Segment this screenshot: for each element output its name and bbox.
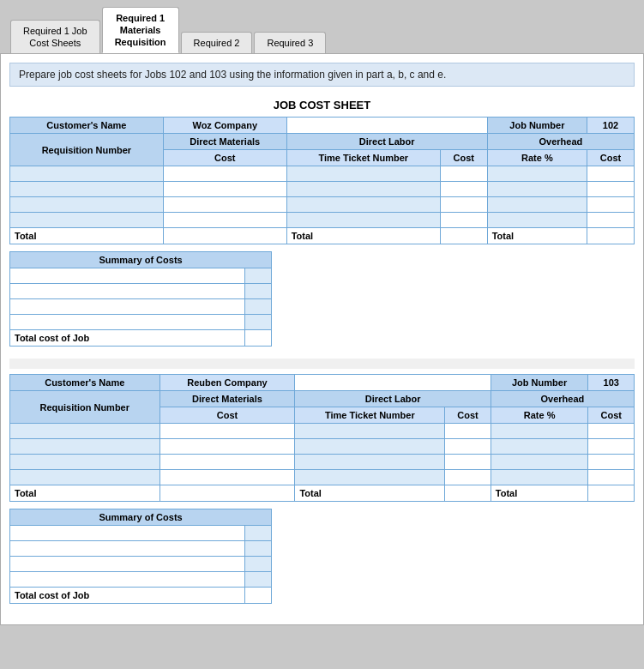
job2-summary-row [10,572,272,588]
job2-summary-row [10,541,272,557]
job1-summary-row [10,284,272,299]
job2-time-ticket-col: Time Ticket Number [295,407,445,424]
job2-rate-col: Rate % [491,407,588,424]
job1-job-number-label: Job Number [487,118,587,134]
job1-table: Customer's Name Woz Company Job Number 1… [9,117,635,244]
job1-rate-col: Rate % [487,150,587,166]
job1-time-ticket-col: Time Ticket Number [286,150,440,166]
job2-job-number-value: 103 [588,375,635,391]
job1-summary-title: Summary of Costs [10,252,272,268]
job1-customer-value: Woz Company [163,118,286,134]
job1-data-row [10,182,635,197]
job1-cost2-col: Cost [440,150,487,166]
job1-data-row [10,213,635,228]
separator [9,359,635,369]
job2-total-row: Total Total Total [10,485,635,502]
section-title: JOB COST SHEET [9,95,635,115]
job1-direct-materials-header: Direct Materials [163,134,286,150]
job2-summary-title: Summary of Costs [10,509,272,526]
job2-table: Customer's Name Reuben Company Job Numbe… [9,374,635,502]
tab-job-cost-sheets[interactable]: Required 1 Job Cost Sheets [10,20,100,53]
job2-cost2-col: Cost [445,407,491,424]
job2-direct-materials-header: Direct Materials [159,391,295,407]
job2-summary-row [10,557,272,572]
job1-data-row [10,197,635,213]
job2-total-cost-row: Total cost of Job [10,588,272,604]
job2-summary-table: Summary of Costs Total cost of Job [9,509,272,604]
job2-requisition-header: Requisition Number [10,391,160,424]
job2-summary-row [10,526,272,541]
tab-materials-requisition[interactable]: Required 1 Materials Requisition [102,7,179,53]
job1-total-row: Total Total Total [10,228,635,244]
job1-cost3-col: Cost [587,150,635,166]
job1-overhead-header: Overhead [487,134,634,150]
job2-customer-value: Reuben Company [159,375,295,391]
job1-data-row [10,166,635,182]
tabs-bar: Required 1 Job Cost Sheets Required 1 Ma… [0,0,644,53]
job1-direct-labor-header: Direct Labor [286,134,487,150]
job2-data-row [10,424,635,439]
tab-required-2[interactable]: Required 2 [181,32,253,53]
job1-summary: Summary of Costs Total cost of Job [9,251,635,347]
job2-overhead-header: Overhead [491,391,634,407]
job2-job-number-label: Job Number [491,375,588,391]
job2-summary: Summary of Costs Total cost of Job [9,509,635,604]
job1-summary-row [10,268,272,284]
job2-data-row [10,439,635,455]
job2-data-row [10,470,635,485]
main-content: Prepare job cost sheets for Jobs 102 and… [0,53,644,625]
job2-direct-labor-header: Direct Labor [295,391,491,407]
job1-summary-row [10,315,272,330]
job1-requisition-header: Requisition Number [10,134,164,166]
job1-summary-table: Summary of Costs Total cost of Job [9,251,272,347]
job2-data-row [10,455,635,470]
job1-job-number-value: 102 [587,118,635,134]
job1-cost-col: Cost [163,150,286,166]
job2-cost3-col: Cost [588,407,635,424]
job2-customer-name-header: Customer's Name [10,375,160,391]
job2-cost-col: Cost [159,407,295,424]
job1-total-cost-row: Total cost of Job [10,330,272,347]
tab-required-3[interactable]: Required 3 [254,32,326,53]
instruction-bar: Prepare job cost sheets for Jobs 102 and… [9,63,635,87]
job1-summary-row [10,299,272,315]
job1-customer-name-header: Customer's Name [10,118,164,134]
